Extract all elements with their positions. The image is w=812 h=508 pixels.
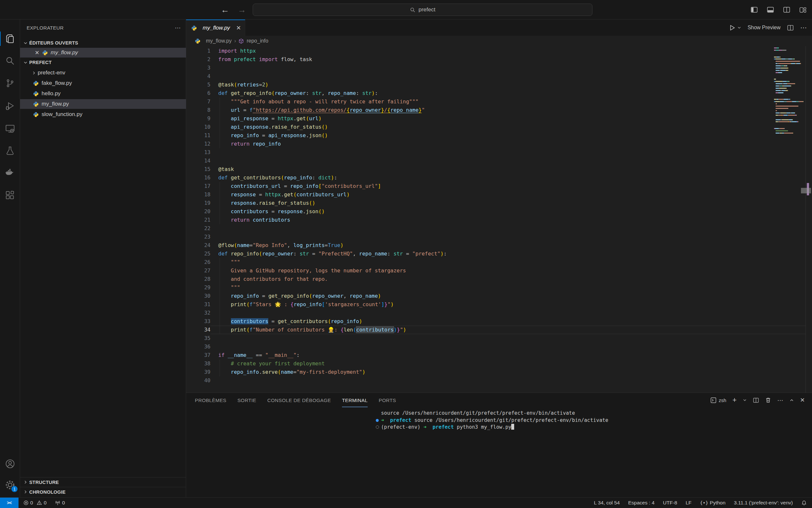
split-terminal-icon[interactable]: [753, 397, 759, 404]
code-line-6[interactable]: 6def get_repo_info(repo_owner: str, repo…: [186, 89, 812, 97]
code-line-22[interactable]: 22: [186, 224, 812, 233]
panel-more-actions-icon[interactable]: ⋯: [777, 396, 783, 404]
explorer-more-actions-icon[interactable]: ⋯: [175, 24, 181, 32]
panel-tab-sortie[interactable]: SORTIE: [237, 393, 256, 407]
code-line-11[interactable]: 11 repo_info = api_response.json(): [186, 131, 812, 140]
new-terminal-icon[interactable]: +: [732, 396, 737, 404]
code-editor[interactable]: 1import httpx2from prefect import flow, …: [186, 46, 812, 393]
file-item-slow-function-py[interactable]: slow_function.py: [20, 110, 186, 119]
scrollbar-slider[interactable]: [801, 188, 811, 194]
file-item-hello-py[interactable]: hello.py: [20, 89, 186, 98]
toggle-secondary-sidebar-icon[interactable]: [783, 6, 791, 14]
file-item-prefect-env[interactable]: prefect-env: [20, 68, 186, 78]
breadcrumb-symbol[interactable]: repo_info: [246, 38, 268, 44]
editor-more-actions-icon[interactable]: ⋯: [800, 24, 807, 32]
breadcrumb[interactable]: my_flow.py › repo_info: [186, 36, 812, 46]
file-item-fake-flow-py[interactable]: fake_flow.py: [20, 78, 186, 88]
code-line-23[interactable]: 23: [186, 233, 812, 241]
code-line-36[interactable]: 36: [186, 343, 812, 351]
code-line-8[interactable]: 8 url = f"https://api.github.com/repos/{…: [186, 106, 812, 115]
code-line-10[interactable]: 10 api_response.raise_for_status(): [186, 123, 812, 131]
activity-remote-explorer-icon[interactable]: [0, 121, 20, 136]
terminal-line-2[interactable]: ➜ prefect source /Users/henricourdent/gi…: [376, 417, 806, 424]
indentation-status[interactable]: Espaces : 4: [628, 500, 655, 506]
code-line-17[interactable]: 17 contributors_url = repo_info["contrib…: [186, 182, 812, 190]
activity-accounts-icon[interactable]: [0, 456, 20, 472]
code-line-38[interactable]: 38 # create your first deployment: [186, 359, 812, 368]
eol-status[interactable]: LF: [686, 500, 691, 506]
code-line-25[interactable]: 25def repo_info(repo_owner: str = "Prefe…: [186, 250, 812, 258]
close-icon[interactable]: ✕: [35, 49, 40, 56]
cursor-position[interactable]: L 34, col 54: [594, 500, 620, 506]
code-line-35[interactable]: 35: [186, 334, 812, 343]
tab-close-icon[interactable]: ✕: [236, 25, 241, 32]
section-project[interactable]: PREFECT: [20, 57, 186, 67]
notifications-bell-icon[interactable]: [801, 500, 807, 506]
terminal-output[interactable]: source /Users/henricourdent/git/prefect/…: [376, 410, 806, 431]
maximize-panel-icon[interactable]: [790, 398, 794, 403]
activity-explorer-icon[interactable]: [0, 31, 20, 46]
activity-search-icon[interactable]: [0, 53, 20, 69]
section-open-editors[interactable]: ÉDITEURS OUVERTS: [20, 38, 186, 48]
code-line-5[interactable]: 5@task(retries=2): [186, 81, 812, 89]
activity-extensions-icon[interactable]: [0, 187, 20, 203]
code-line-7[interactable]: 7 """Get info about a repo - will retry …: [186, 97, 812, 106]
code-line-28[interactable]: 28 and contributors for that repo.: [186, 275, 812, 284]
panel-tab-console-de-d-bogage[interactable]: CONSOLE DE DÉBOGAGE: [267, 393, 331, 407]
code-line-20[interactable]: 20 contributors = response.json(): [186, 207, 812, 216]
code-line-15[interactable]: 15@task: [186, 165, 812, 174]
nav-forward-icon[interactable]: →: [238, 5, 246, 15]
code-line-24[interactable]: 24@flow(name="Repo Info", log_prints=Tru…: [186, 241, 812, 250]
terminal-shell-item[interactable]: zsh: [710, 397, 726, 404]
encoding-status[interactable]: UTF-8: [663, 500, 677, 506]
activity-run-debug-icon[interactable]: [0, 98, 20, 114]
terminal-line-3[interactable]: (prefect-env) ➜ prefect python3 my_flow.…: [376, 424, 806, 431]
run-python-file-icon[interactable]: [729, 25, 736, 31]
terminal-dropdown-icon[interactable]: [743, 398, 747, 402]
panel-tab-probl-mes[interactable]: PROBLÈMES: [195, 393, 226, 407]
code-line-16[interactable]: 16def get_contributors(repo_info: dict):: [186, 174, 812, 182]
code-line-12[interactable]: 12 return repo_info: [186, 140, 812, 148]
activity-testing-icon[interactable]: [0, 143, 20, 159]
tab-my-flow[interactable]: my_flow.py ✕: [186, 19, 245, 36]
code-line-2[interactable]: 2from prefect import flow, task: [186, 55, 812, 64]
code-line-13[interactable]: 13: [186, 148, 812, 157]
split-editor-icon[interactable]: [787, 25, 794, 31]
terminal-line-1[interactable]: source /Users/henricourdent/git/prefect/…: [376, 410, 806, 417]
code-line-14[interactable]: 14: [186, 157, 812, 165]
remote-indicator[interactable]: ><: [0, 498, 18, 508]
close-panel-icon[interactable]: ✕: [800, 396, 805, 404]
code-line-3[interactable]: 3: [186, 64, 812, 72]
toggle-panel-icon[interactable]: [767, 6, 774, 14]
code-line-34[interactable]: 34 print(f"Number of contributors 👷: {le…: [186, 326, 812, 334]
code-line-4[interactable]: 4: [186, 72, 812, 81]
code-line-21[interactable]: 21 return contributors: [186, 216, 812, 224]
code-line-19[interactable]: 19 response.raise_for_status(): [186, 199, 812, 207]
activity-docker-icon[interactable]: [0, 165, 20, 180]
ports-status[interactable]: 0: [55, 500, 65, 506]
code-line-33[interactable]: 33 contributors = get_contributors(repo_…: [186, 317, 812, 326]
section-timeline[interactable]: CHRONOLOGIE: [20, 487, 186, 497]
code-line-40[interactable]: 40: [186, 376, 812, 385]
code-line-27[interactable]: 27 Given a GitHub repository, logs the n…: [186, 266, 812, 275]
breadcrumb-file[interactable]: my_flow.py: [206, 38, 232, 44]
language-status[interactable]: {•} Python: [700, 500, 726, 506]
code-line-9[interactable]: 9 api_response = httpx.get(url): [186, 115, 812, 123]
code-line-37[interactable]: 37if __name__ == "__main__":: [186, 351, 812, 359]
panel-tab-ports[interactable]: PORTS: [379, 393, 396, 407]
activity-settings-icon[interactable]: 1: [0, 477, 20, 493]
python-interpreter-status[interactable]: 3.11.1 ('prefect-env': venv): [734, 500, 793, 506]
code-line-31[interactable]: 31 print(f"Stars 🌟 : {repo_info['stargaz…: [186, 300, 812, 309]
open-editor-item[interactable]: ✕ my_flow.py: [20, 48, 186, 57]
show-preview-button[interactable]: Show Preview: [748, 25, 780, 31]
code-line-32[interactable]: 32: [186, 309, 812, 317]
minimap[interactable]: [774, 47, 805, 137]
toggle-sidebar-icon[interactable]: [750, 6, 758, 14]
code-line-30[interactable]: 30 repo_info = get_repo_info(repo_owner,…: [186, 292, 812, 300]
code-line-29[interactable]: 29 """: [186, 284, 812, 292]
activity-source-control-icon[interactable]: [0, 75, 20, 91]
code-line-1[interactable]: 1import httpx: [186, 47, 812, 55]
file-item-my-flow-py[interactable]: my_flow.py: [20, 99, 186, 109]
code-line-39[interactable]: 39 repo_info.serve(name="my-first-deploy…: [186, 368, 812, 376]
code-line-26[interactable]: 26 """: [186, 258, 812, 266]
